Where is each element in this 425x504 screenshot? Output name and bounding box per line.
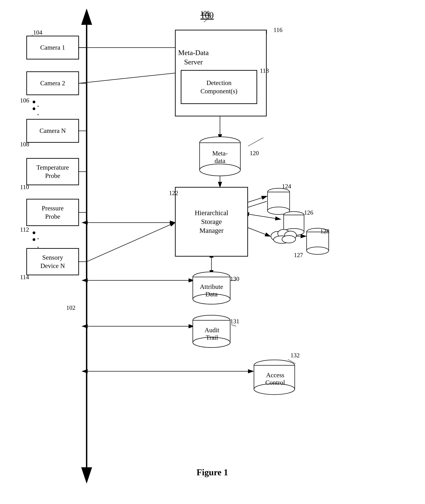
accesscontrol-label: AccessControl bbox=[259, 371, 291, 386]
ref-110: 110 bbox=[20, 183, 29, 191]
ref-122: 122 bbox=[169, 189, 178, 197]
ref-106: 106 bbox=[20, 97, 29, 104]
detection-box: DetectionComponent(s) bbox=[181, 70, 257, 104]
svg-point-12 bbox=[33, 108, 35, 110]
pressProbe-box: PressureProbe bbox=[26, 199, 79, 226]
svg-point-64 bbox=[282, 235, 296, 243]
svg-point-45 bbox=[199, 137, 240, 149]
svg-line-38 bbox=[288, 359, 296, 364]
ref-127: 127 bbox=[294, 251, 303, 259]
metadata-label: Meta-data bbox=[203, 149, 237, 164]
svg-point-60 bbox=[271, 231, 285, 241]
svg-point-13 bbox=[33, 231, 35, 234]
diagram-container: 100 bbox=[0, 0, 425, 504]
svg-point-51 bbox=[193, 315, 230, 325]
svg-point-61 bbox=[278, 229, 290, 238]
ref-114: 114 bbox=[20, 274, 29, 281]
metaServer-box: Meta-DataServer DetectionComponent(s) bbox=[175, 30, 267, 116]
camera2-box: Camera 2 bbox=[26, 71, 79, 95]
svg-point-48 bbox=[193, 272, 230, 282]
ref-124: 124 bbox=[282, 183, 291, 190]
svg-point-59 bbox=[307, 247, 329, 254]
svg-point-44 bbox=[284, 228, 304, 235]
ref-104: 104 bbox=[33, 29, 42, 36]
attrdata-label: AttributeData bbox=[194, 283, 228, 298]
svg-point-42 bbox=[284, 212, 304, 218]
sensoryN-box: SensoryDevice N bbox=[26, 248, 79, 275]
ref-116: 116 bbox=[273, 26, 282, 34]
svg-line-17 bbox=[87, 223, 175, 262]
figure-title: Figure 1 bbox=[178, 467, 246, 477]
camera-dots: ·· bbox=[37, 102, 39, 119]
ref-130: 130 bbox=[230, 275, 239, 282]
hsm-box: HierarchicalStorageManager bbox=[175, 187, 248, 257]
svg-point-62 bbox=[285, 231, 296, 240]
svg-point-41 bbox=[267, 207, 290, 215]
svg-rect-43 bbox=[284, 215, 304, 232]
ref-118: 118 bbox=[260, 67, 269, 74]
svg-point-63 bbox=[273, 236, 291, 243]
ref-100: 100 bbox=[200, 9, 210, 16]
svg-line-22 bbox=[248, 201, 267, 207]
svg-line-8 bbox=[79, 73, 175, 83]
svg-line-23 bbox=[248, 214, 280, 219]
ref-128: 128 bbox=[320, 228, 329, 235]
tempProbe-box: TemperatureProbe bbox=[26, 158, 79, 185]
svg-line-21 bbox=[248, 196, 267, 202]
ref-102: 102 bbox=[66, 304, 75, 311]
audittrail-label: AuditTrail bbox=[197, 326, 227, 341]
ref-132: 132 bbox=[291, 352, 300, 359]
svg-line-24 bbox=[248, 228, 270, 236]
probe-dots: ·· bbox=[37, 235, 39, 251]
svg-point-11 bbox=[33, 101, 35, 103]
svg-rect-40 bbox=[267, 192, 290, 211]
ref-131: 131 bbox=[230, 318, 239, 325]
ref-112: 112 bbox=[20, 226, 29, 233]
svg-point-14 bbox=[33, 238, 35, 241]
ref-120: 120 bbox=[250, 149, 259, 157]
cameraN-box: Camera N bbox=[26, 119, 79, 143]
svg-point-47 bbox=[199, 164, 240, 176]
ref-126: 126 bbox=[304, 209, 313, 216]
svg-point-54 bbox=[254, 360, 295, 371]
ref-108: 108 bbox=[20, 141, 29, 148]
camera1-box: Camera 1 bbox=[26, 36, 79, 60]
svg-line-33 bbox=[248, 138, 263, 146]
